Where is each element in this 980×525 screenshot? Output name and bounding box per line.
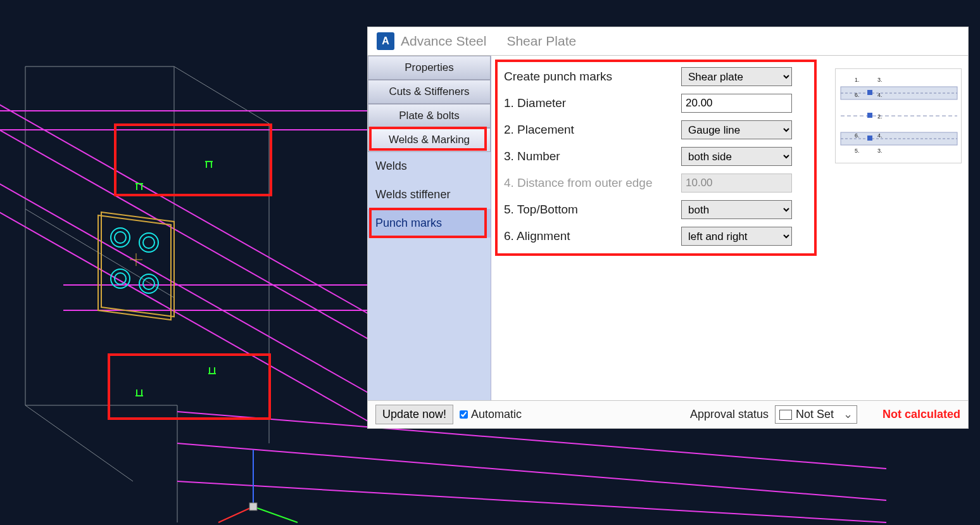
label-alignment: 6. Alignment: [504, 229, 681, 243]
dialog-titlebar[interactable]: A Advance Steel Shear Plate: [368, 27, 968, 55]
tab-welds-marking[interactable]: Welds & Marking: [368, 128, 491, 152]
sidebar-item-punch-marks[interactable]: Punch marks: [368, 209, 491, 237]
sidebar: Properties Cuts & Stiffeners Plate & bol…: [368, 56, 491, 400]
select-number[interactable]: both side: [681, 147, 792, 166]
approval-status-value: Not Set: [796, 408, 834, 421]
svg-text:3.: 3.: [877, 148, 883, 154]
approval-status-label: Approval status: [690, 408, 769, 421]
status-swatch: [779, 410, 792, 420]
select-top-bottom[interactable]: both: [681, 200, 792, 219]
select-create-punch-marks[interactable]: Shear plate: [681, 67, 792, 86]
tab-cuts-stiffeners[interactable]: Cuts & Stiffeners: [368, 80, 491, 104]
svg-text:6.: 6.: [855, 132, 860, 139]
svg-line-10: [177, 481, 886, 522]
svg-rect-38: [249, 503, 257, 510]
automatic-text: Automatic: [471, 408, 522, 421]
label-number: 3. Number: [504, 149, 681, 163]
svg-rect-44: [867, 90, 872, 95]
label-create-punch-marks: Create punch marks: [504, 70, 681, 84]
svg-text:5.: 5.: [855, 148, 860, 154]
select-placement[interactable]: Gauge line: [681, 120, 792, 139]
svg-text:2.: 2.: [877, 113, 883, 120]
svg-point-20: [143, 278, 154, 289]
select-alignment[interactable]: left and right: [681, 227, 792, 246]
input-diameter[interactable]: [681, 94, 792, 113]
svg-text:3.: 3.: [877, 77, 883, 83]
svg-line-36: [253, 507, 298, 522]
tab-plate-bolts[interactable]: Plate & bolts: [368, 104, 491, 128]
svg-point-14: [115, 232, 126, 243]
automatic-checkbox-label[interactable]: Automatic: [460, 408, 522, 421]
highlight-box-bottom: [108, 353, 271, 420]
svg-text:4.: 4.: [877, 92, 883, 98]
label-placement: 2. Placement: [504, 123, 681, 137]
svg-marker-12: [98, 215, 171, 320]
svg-point-19: [139, 274, 158, 293]
app-icon: A: [377, 32, 394, 50]
svg-point-15: [139, 233, 158, 252]
highlight-box-top: [114, 123, 272, 196]
input-distance: [681, 174, 792, 193]
approval-status-dropdown[interactable]: Not Set: [775, 405, 857, 424]
svg-marker-11: [101, 212, 174, 317]
svg-text:4.: 4.: [877, 132, 883, 139]
tab-properties[interactable]: Properties: [368, 56, 491, 80]
automatic-checkbox[interactable]: [460, 410, 468, 419]
svg-line-9: [177, 443, 886, 500]
svg-point-13: [111, 228, 130, 247]
svg-rect-45: [867, 113, 872, 118]
label-distance: 4. Distance from outer edge: [504, 176, 681, 190]
svg-rect-46: [867, 136, 872, 141]
preview-diagram: 1.3. 6.4. 2. 6.4. 5.3.: [835, 68, 962, 163]
calc-status: Not calculated: [883, 408, 960, 421]
update-now-button[interactable]: Update now!: [375, 405, 453, 424]
dialog-footer: Update now! Automatic Approval status No…: [368, 400, 968, 428]
app-name: Advance Steel: [401, 34, 486, 49]
svg-text:1.: 1.: [855, 77, 860, 83]
shear-plate-dialog: A Advance Steel Shear Plate Properties C…: [367, 27, 969, 429]
svg-line-37: [218, 507, 253, 522]
sidebar-item-welds-stiffener[interactable]: Welds stiffener: [368, 180, 491, 209]
label-top-bottom: 5. Top/Bottom: [504, 203, 681, 217]
doc-name: Shear Plate: [506, 34, 576, 49]
sidebar-item-welds[interactable]: Welds: [368, 152, 491, 180]
svg-point-16: [143, 237, 154, 248]
label-diameter: 1. Diameter: [504, 96, 681, 110]
svg-text:6.: 6.: [855, 92, 860, 98]
main-panel: Create punch marks Shear plate 1. Diamet…: [491, 56, 968, 400]
